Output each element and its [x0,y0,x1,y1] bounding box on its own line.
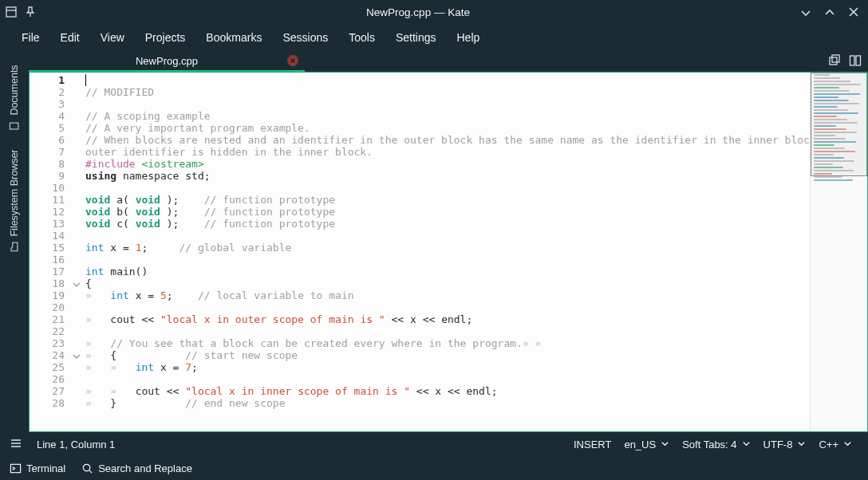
tool-search-replace-label: Search and Replace [98,462,192,474]
app-menu-icon[interactable] [5,6,18,18]
side-tab-documents-label: Documents [9,65,20,115]
window-title: NewProg.cpp — Kate [37,6,799,18]
document-icon [9,120,20,132]
split-vertical-icon[interactable] [849,54,862,69]
status-dictionary[interactable]: en_US [617,439,676,450]
tab-bar: NewProg.cpp [29,51,868,72]
status-language[interactable]: C++ [812,439,858,450]
svg-rect-10 [856,56,861,65]
minimize-icon[interactable] [799,6,812,18]
svg-line-16 [89,470,92,472]
hamburger-icon[interactable] [10,437,22,452]
line-number-gutter[interactable]: 1234567891011121314151617181920212223242… [30,73,85,431]
tab-close-icon[interactable] [287,55,298,66]
status-encoding[interactable]: UTF-8 [757,439,813,450]
tab-newprog[interactable]: NewProg.cpp [29,51,305,72]
left-tool-strip: Documents Filesystem Browser [0,51,29,432]
tool-terminal[interactable]: Terminal [10,462,65,474]
menu-settings[interactable]: Settings [385,25,447,50]
menu-edit[interactable]: Edit [50,25,90,50]
terminal-icon [10,462,22,474]
svg-point-15 [83,464,89,470]
svg-rect-4 [10,123,19,129]
maximize-icon[interactable] [823,6,836,18]
pin-icon[interactable] [24,6,37,18]
close-icon[interactable] [847,6,860,18]
menu-bookmarks[interactable]: Bookmarks [195,25,272,50]
side-tab-filesystem-label: Filesystem Browser [9,149,20,236]
menu-view[interactable]: View [90,25,135,50]
search-icon [81,462,93,474]
bottom-tool-strip: Terminal Search and Replace [0,456,868,480]
status-cursor-position[interactable]: Line 1, Column 1 [37,439,115,450]
svg-rect-9 [850,56,855,65]
split-copy-icon[interactable] [828,54,841,69]
status-indent[interactable]: Soft Tabs: 4 [676,439,756,450]
tab-label: NewProg.cpp [136,55,198,67]
code-content[interactable]: // MODIFIED// A scoping example// A very… [85,73,810,431]
menu-help[interactable]: Help [446,25,490,50]
side-tab-filesystem[interactable]: Filesystem Browser [9,149,20,252]
menu-projects[interactable]: Projects [135,25,196,50]
svg-rect-8 [832,55,839,62]
status-edit-mode[interactable]: INSERT [567,439,617,450]
side-tab-documents[interactable]: Documents [9,65,20,131]
title-bar: NewProg.cpp — Kate [0,0,868,24]
tool-terminal-label: Terminal [26,462,65,474]
menu-sessions[interactable]: Sessions [272,25,338,50]
folder-icon [9,242,20,253]
minimap[interactable] [810,73,867,431]
menu-bar: File Edit View Projects Bookmarks Sessio… [0,24,868,51]
status-bar: Line 1, Column 1 INSERT en_US Soft Tabs:… [0,432,868,456]
menu-file[interactable]: File [11,25,50,50]
chevron-down-icon [742,439,751,450]
svg-rect-7 [830,57,837,65]
tool-search-replace[interactable]: Search and Replace [81,462,192,474]
svg-rect-0 [6,7,16,17]
minimap-viewport[interactable] [811,73,867,176]
chevron-down-icon [797,439,806,450]
chevron-down-icon [843,439,852,450]
chevron-down-icon [661,439,669,450]
menu-tools[interactable]: Tools [338,25,385,50]
code-editor[interactable]: 1234567891011121314151617181920212223242… [30,73,867,431]
